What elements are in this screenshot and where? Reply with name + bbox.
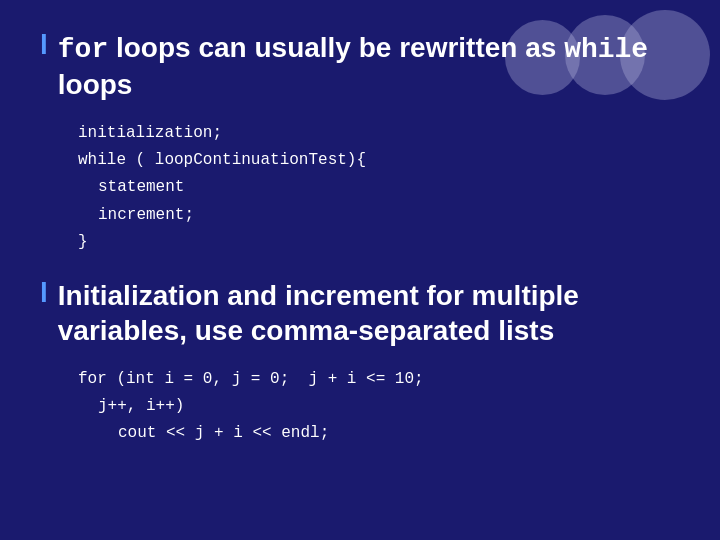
bullet-item-1: l for loops can usually be rewritten as … bbox=[40, 30, 680, 102]
bullet-text-1: for loops can usually be rewritten as wh… bbox=[58, 30, 680, 102]
code-line-2-3: cout << j + i << endl; bbox=[78, 420, 680, 447]
keyword-for: for bbox=[58, 34, 108, 65]
code-block-2: for (int i = 0, j = 0; j + i <= 10; j++,… bbox=[78, 366, 680, 448]
code-line-1-5: } bbox=[78, 229, 680, 256]
code-line-1-2: while ( loopContinuationTest){ bbox=[78, 147, 680, 174]
code-line-1-4: increment; bbox=[78, 202, 680, 229]
keyword-while: while bbox=[564, 34, 648, 65]
bullet-dot-2: l bbox=[40, 276, 48, 310]
code-line-1-1: initialization; bbox=[78, 120, 680, 147]
bullet-item-2: l Initialization and increment for multi… bbox=[40, 278, 680, 348]
code-line-2-2: j++, i++) bbox=[78, 393, 680, 420]
code-line-2-1: for (int i = 0, j = 0; j + i <= 10; bbox=[78, 366, 680, 393]
bullet-dot-1: l bbox=[40, 28, 48, 62]
code-block-1: initialization; while ( loopContinuation… bbox=[78, 120, 680, 256]
bullet-text-2: Initialization and increment for multipl… bbox=[58, 278, 680, 348]
code-line-1-3: statement bbox=[78, 174, 680, 201]
slide-content: l for loops can usually be rewritten as … bbox=[0, 0, 720, 500]
